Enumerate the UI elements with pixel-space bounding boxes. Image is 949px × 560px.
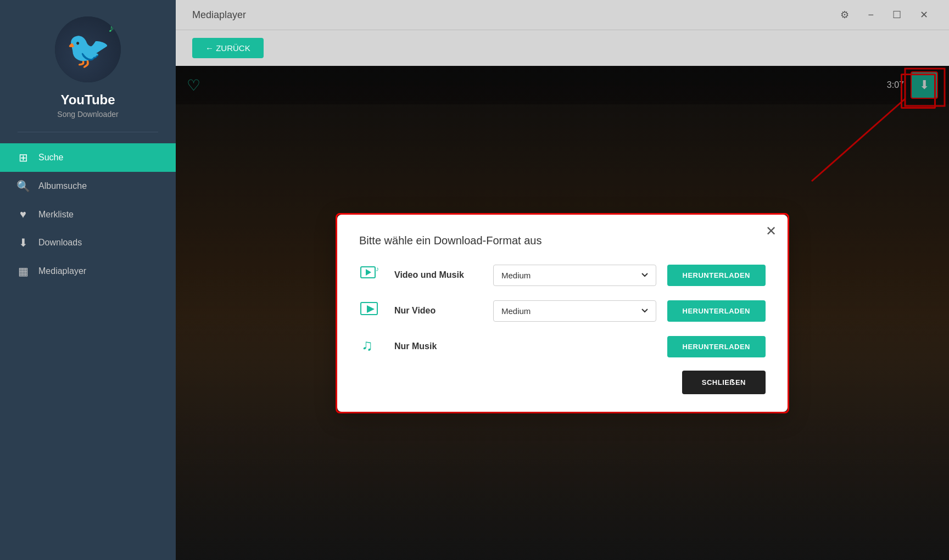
minimize-button[interactable]: −: [863, 7, 878, 23]
video-music-quality-select[interactable]: Niedrig Medium Hoch: [493, 265, 656, 286]
sidebar-label-suche: Suche: [38, 153, 63, 163]
title-bar: Mediaplayer ⚙ − ☐ ✕: [176, 0, 949, 30]
sidebar-item-downloads[interactable]: ⬇ Downloads: [0, 228, 176, 257]
avatar: 🐦 ♪: [55, 16, 121, 82]
modal-row-video-only: Nur Video Niedrig Medium Hoch HERUNTERLA…: [359, 299, 766, 323]
sidebar-item-suche[interactable]: ⊞ Suche: [0, 143, 176, 172]
video-music-icon: ♪: [359, 264, 383, 287]
avatar-bird-emoji: 🐦: [66, 32, 110, 68]
modal-overlay: Bitte wähle ein Download-Format aus ✕ ♪: [176, 66, 949, 560]
toolbar: ← ZURÜCK: [176, 30, 949, 66]
modal-title: Bitte wähle ein Download-Format aus: [359, 234, 766, 247]
maximize-button[interactable]: ☐: [888, 7, 906, 23]
sidebar-divider: [18, 132, 158, 132]
sidebar-label-merkliste: Merkliste: [38, 210, 74, 220]
close-dialog-button[interactable]: SCHLIEẞEN: [682, 371, 766, 394]
sidebar-nav: ⊞ Suche 🔍 Albumsuche ♥ Merkliste ⬇ Downl…: [0, 143, 176, 285]
sidebar-label-downloads: Downloads: [38, 238, 82, 248]
close-button[interactable]: ✕: [915, 7, 933, 23]
sidebar: 🐦 ♪ YouTube Song Downloader ⊞ Suche 🔍 Al…: [0, 0, 176, 560]
back-button[interactable]: ← ZURÜCK: [192, 38, 264, 58]
music-only-icon: ♫: [359, 335, 383, 359]
video-music-label: Video und Musik: [394, 270, 482, 280]
modal-close-button[interactable]: ✕: [766, 223, 777, 239]
sidebar-label-albumsuche: Albumsuche: [38, 181, 87, 191]
window-controls: ⚙ − ☐ ✕: [836, 7, 933, 23]
heart-icon: ♥: [16, 208, 30, 221]
video-only-quality-select[interactable]: Niedrig Medium Hoch: [493, 300, 656, 322]
video-music-download-button[interactable]: HERUNTERLADEN: [667, 265, 766, 286]
music-only-label: Nur Musik: [394, 341, 482, 351]
svg-text:♪: ♪: [376, 265, 379, 273]
film-icon: ▦: [16, 265, 30, 278]
player-area: ♡ 3:07 ⬇ Bi: [176, 66, 949, 560]
sidebar-app-subtitle: Song Downloader: [57, 110, 118, 119]
video-only-download-button[interactable]: HERUNTERLADEN: [667, 300, 766, 322]
download-icon: ⬇: [16, 236, 30, 249]
modal-row-video-music: ♪ Video und Musik Niedrig Medium Hoch HE…: [359, 264, 766, 287]
svg-text:♫: ♫: [361, 337, 373, 354]
sidebar-item-albumsuche[interactable]: 🔍 Albumsuche: [0, 172, 176, 200]
video-only-icon: [359, 299, 383, 323]
music-note-icon: ♪: [108, 21, 114, 35]
sidebar-item-merkliste[interactable]: ♥ Merkliste: [0, 200, 176, 228]
modal-row-music-only: ♫ Nur Musik HERUNTERLADEN: [359, 335, 766, 359]
music-only-download-button[interactable]: HERUNTERLADEN: [667, 336, 766, 357]
download-format-modal: Bitte wähle ein Download-Format aus ✕ ♪: [337, 215, 788, 412]
sidebar-label-mediaplayer: Mediaplayer: [38, 266, 86, 276]
grid-icon: ⊞: [16, 151, 30, 164]
video-only-label: Nur Video: [394, 306, 482, 316]
modal-footer: SCHLIEẞEN: [359, 371, 766, 394]
sidebar-app-title: YouTube: [60, 92, 115, 108]
settings-button[interactable]: ⚙: [836, 7, 853, 23]
sidebar-item-mediaplayer[interactable]: ▦ Mediaplayer: [0, 257, 176, 285]
search-icon: 🔍: [16, 180, 30, 193]
app-title: Mediaplayer: [192, 9, 246, 21]
main-area: Mediaplayer ⚙ − ☐ ✕ ← ZURÜCK ♡ 3:07 ⬇: [176, 0, 949, 560]
